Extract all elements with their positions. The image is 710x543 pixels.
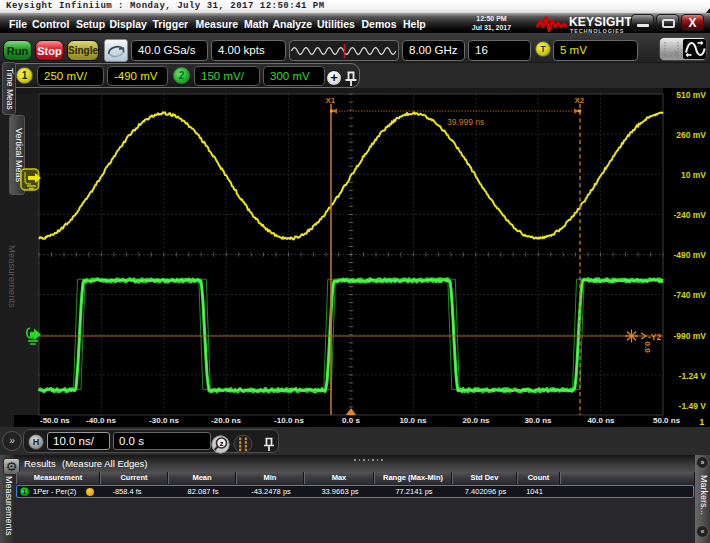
svg-text:0.0: 0.0 — [643, 342, 652, 354]
svg-text:z: z — [220, 438, 224, 447]
svg-text:X2: X2 — [575, 96, 585, 105]
svg-text:-Y2: -Y2 — [648, 332, 662, 342]
svg-text:X1: X1 — [326, 96, 336, 105]
svg-text:39.999 ns: 39.999 ns — [447, 117, 484, 127]
